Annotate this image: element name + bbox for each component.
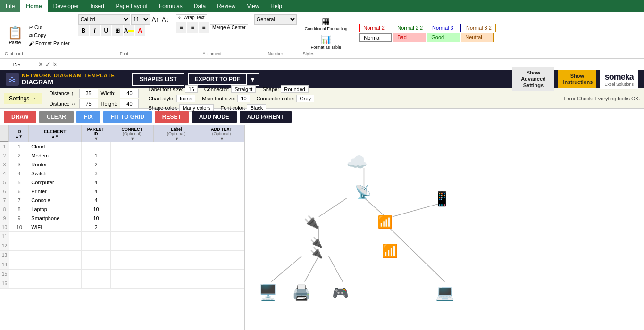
cell-parent-id[interactable]: 3 (82, 169, 110, 178)
wrap-text-button[interactable]: ⏎ Wrap Text (176, 14, 207, 21)
cell-element[interactable]: WiFi (29, 223, 82, 231)
reset-button[interactable]: RESET (155, 111, 189, 123)
height-input[interactable] (120, 99, 139, 108)
label-dropdown-icon[interactable]: ▼ (175, 136, 179, 141)
tab-data[interactable]: Data (188, 0, 211, 12)
cell-element[interactable]: Modem (29, 151, 82, 160)
style-bad[interactable]: Bad (393, 33, 426, 42)
number-format-select[interactable]: General (254, 14, 297, 25)
cut-button[interactable]: ✂ Cut (27, 24, 71, 31)
cell-connect[interactable] (111, 214, 154, 223)
tab-view[interactable]: View (242, 0, 265, 12)
shapes-list-button[interactable]: SHAPES LIST (132, 73, 184, 86)
cell-label[interactable] (154, 142, 200, 151)
clear-button[interactable]: CLEAR (39, 111, 74, 123)
tab-formulas[interactable]: Formulas (153, 0, 188, 12)
style-neutral[interactable]: Neutral (461, 33, 494, 42)
draw-button[interactable]: DRAW (4, 111, 36, 123)
cell-label[interactable] (154, 214, 200, 223)
increase-font-icon[interactable]: A↑ (151, 15, 160, 24)
cell-element[interactable]: Switch (29, 169, 82, 178)
tab-review[interactable]: Review (211, 0, 241, 12)
cell-element[interactable]: Router (29, 160, 82, 169)
tab-file[interactable]: File (0, 0, 20, 12)
cell-connect[interactable] (111, 178, 154, 187)
cell-connect[interactable] (111, 160, 154, 169)
cell-parent-id[interactable]: 2 (82, 223, 110, 231)
decrease-font-icon[interactable]: A↓ (161, 15, 170, 24)
align-center-button[interactable]: ≡ (187, 22, 198, 33)
cell-parent-id[interactable]: 10 (82, 205, 110, 214)
cell-connect[interactable] (111, 205, 154, 214)
cell-add-text[interactable] (199, 178, 244, 187)
tab-home[interactable]: Home (20, 0, 47, 12)
cell-add-text[interactable] (199, 187, 244, 196)
fix-button[interactable]: FIX (76, 111, 100, 123)
confirm-formula-icon[interactable]: ✓ (45, 61, 50, 68)
align-right-button[interactable]: ≡ (199, 22, 209, 33)
tab-page-layout[interactable]: Page Layout (110, 0, 153, 12)
style-good[interactable]: Good (427, 33, 460, 42)
parent-dropdown-icon[interactable]: ▼ (94, 136, 98, 141)
cell-parent-id[interactable]: 2 (82, 160, 110, 169)
cell-label[interactable] (154, 160, 200, 169)
add-parent-button[interactable]: ADD PARENT (240, 111, 292, 123)
cell-connect[interactable] (111, 187, 154, 196)
cell-add-text[interactable] (199, 223, 244, 231)
font-size-select[interactable]: 11 (131, 14, 150, 25)
copy-button[interactable]: ⧉ Copy (27, 32, 71, 39)
advanced-settings-button[interactable]: Show Advanced Settings (512, 67, 554, 91)
cell-add-text[interactable] (199, 151, 244, 160)
id-sort-icon[interactable]: ▲▼ (15, 134, 23, 139)
connect-dropdown-icon[interactable]: ▼ (130, 136, 134, 141)
distance-v-input[interactable] (79, 89, 98, 98)
border-button[interactable]: ⊞ (112, 25, 123, 36)
cell-parent-id[interactable]: 4 (82, 187, 110, 196)
settings-button[interactable]: Settings → (4, 93, 42, 104)
cell-label[interactable] (154, 178, 200, 187)
align-left-button[interactable]: ≡ (176, 22, 186, 33)
cell-parent-id[interactable]: 1 (82, 151, 110, 160)
cell-element[interactable]: Console (29, 196, 82, 205)
insert-function-icon[interactable]: fx (52, 61, 57, 68)
tab-developer[interactable]: Developer (48, 0, 85, 12)
tab-help[interactable]: Help (265, 0, 288, 12)
cell-parent-id[interactable] (82, 142, 110, 151)
cell-element[interactable]: Laptop (29, 205, 82, 214)
cell-add-text[interactable] (199, 214, 244, 223)
cell-add-text[interactable] (199, 142, 244, 151)
fit-to-grid-button[interactable]: FIT TO GRID (103, 111, 152, 123)
tab-insert[interactable]: Insert (84, 0, 110, 12)
cell-parent-id[interactable]: 10 (82, 214, 110, 223)
cell-label[interactable] (154, 169, 200, 178)
cell-connect[interactable] (111, 169, 154, 178)
cell-label[interactable] (154, 205, 200, 214)
cell-reference-input[interactable] (2, 60, 30, 69)
cell-element[interactable]: Computer (29, 178, 82, 187)
addtext-dropdown-icon[interactable]: ▼ (220, 136, 224, 141)
cell-connect[interactable] (111, 223, 154, 231)
cell-connect[interactable] (111, 142, 154, 151)
cell-parent-id[interactable]: 4 (82, 178, 110, 187)
style-normal3[interactable]: Normal 3 (428, 24, 461, 32)
conditional-formatting-button[interactable]: ▦ Conditional Formatting (303, 15, 350, 32)
cell-connect[interactable] (111, 196, 154, 205)
style-normal2[interactable]: Normal 2 (359, 24, 392, 32)
cell-add-text[interactable] (199, 169, 244, 178)
cell-parent-id[interactable]: 4 (82, 196, 110, 205)
cell-element[interactable]: Smartphone (29, 214, 82, 223)
export-pdf-button[interactable]: EXPORT TO PDF (188, 73, 247, 85)
cell-label[interactable] (154, 151, 200, 160)
italic-button[interactable]: I (90, 25, 100, 36)
cell-element[interactable]: Cloud (29, 142, 82, 151)
bold-button[interactable]: B (78, 25, 89, 36)
distance-h-input[interactable] (79, 99, 98, 108)
width-input[interactable] (120, 89, 139, 98)
cell-add-text[interactable] (199, 205, 244, 214)
format-as-table-button[interactable]: 📊 Format as Table (303, 33, 350, 50)
cell-label[interactable] (154, 196, 200, 205)
paste-button[interactable]: 📋 Paste (5, 14, 25, 56)
element-sort-icon[interactable]: ▲▼ (51, 134, 59, 139)
cell-add-text[interactable] (199, 196, 244, 205)
fill-color-button[interactable]: A (124, 25, 134, 36)
